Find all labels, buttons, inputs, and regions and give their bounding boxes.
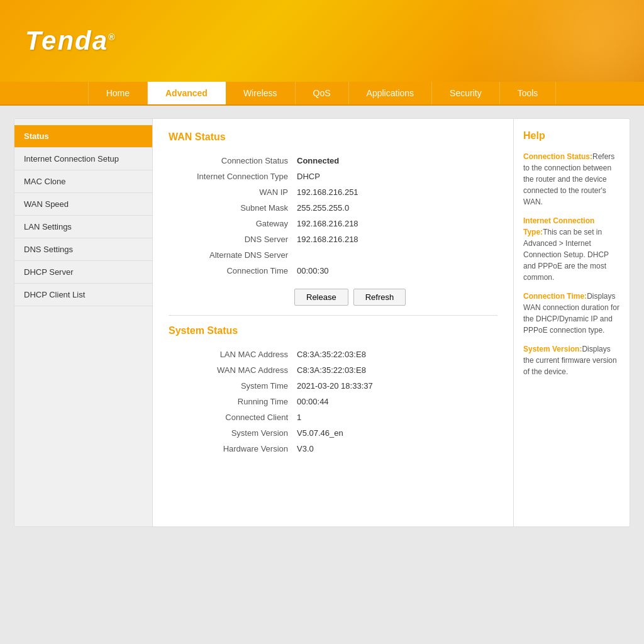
field-label: WAN MAC Address — [170, 363, 296, 377]
field-label: Hardware Version — [170, 441, 296, 456]
field-value: Connected — [297, 153, 496, 168]
refresh-button[interactable]: Refresh — [353, 289, 406, 306]
main-nav: HomeAdvancedWirelessQoSApplicationsSecur… — [0, 82, 644, 106]
field-label: Gateway — [170, 216, 296, 231]
help-panel: Help Connection Status:Refers to the con… — [513, 119, 630, 526]
help-item-1: Internet Connection Type:This can be set… — [523, 215, 620, 283]
sidebar-item-dhcp-server[interactable]: DHCP Server — [14, 261, 152, 284]
field-label: System Time — [170, 379, 296, 393]
table-row: WAN MAC AddressC8:3A:35:22:03:E8 — [170, 363, 496, 377]
wan-buttons: ReleaseRefresh — [294, 289, 497, 306]
wan-status-table: Connection StatusConnectedInternet Conne… — [169, 152, 497, 279]
table-row: Gateway192.168.216.218 — [170, 216, 496, 231]
header: Tenda® — [0, 0, 644, 82]
field-value: C8:3A:35:22:03:E8 — [297, 347, 496, 362]
field-value: 192.168.216.251 — [297, 185, 496, 199]
logo: Tenda® — [25, 26, 116, 56]
sidebar-item-mac-clone[interactable]: MAC Clone — [14, 170, 152, 193]
system-status-title: System Status — [169, 325, 497, 336]
table-row: Alternate DNS Server — [170, 248, 496, 262]
table-row: Internet Connection TypeDHCP — [170, 169, 496, 184]
help-item-title-0: Connection Status: — [523, 152, 592, 161]
main-container: StatusInternet Connection SetupMAC Clone… — [14, 118, 630, 527]
field-value: V5.07.46_en — [297, 426, 496, 440]
table-row: Hardware VersionV3.0 — [170, 441, 496, 456]
field-value: 00:00:30 — [297, 264, 496, 278]
help-item-0: Connection Status:Refers to the connecti… — [523, 151, 620, 208]
table-row: DNS Server192.168.216.218 — [170, 232, 496, 247]
field-label: Connection Time — [170, 264, 296, 278]
field-label: LAN MAC Address — [170, 347, 296, 362]
field-value — [297, 248, 496, 262]
wan-status-section: WAN Status Connection StatusConnectedInt… — [169, 131, 497, 306]
sidebar-item-lan-settings[interactable]: LAN Settings — [14, 216, 152, 238]
help-item-title-2: Connection Time: — [523, 292, 587, 301]
logo-trademark: ® — [108, 32, 116, 42]
help-item-title-1: Internet Connection Type: — [523, 216, 594, 236]
field-label: Connection Status — [170, 153, 296, 168]
help-item-2: Connection Time:Displays WAN connection … — [523, 291, 620, 336]
field-value: 192.168.216.218 — [297, 216, 496, 231]
nav-item-tools[interactable]: Tools — [500, 82, 557, 104]
field-label: Running Time — [170, 394, 296, 409]
nav-item-qos[interactable]: QoS — [296, 82, 349, 104]
nav-item-advanced[interactable]: Advanced — [148, 82, 226, 104]
field-label: DNS Server — [170, 232, 296, 247]
table-row: System VersionV5.07.46_en — [170, 426, 496, 440]
table-row: WAN IP192.168.216.251 — [170, 185, 496, 199]
system-status-table: LAN MAC AddressC8:3A:35:22:03:E8WAN MAC … — [169, 346, 497, 457]
field-value: C8:3A:35:22:03:E8 — [297, 363, 496, 377]
field-value: 1 — [297, 410, 496, 425]
sidebar-item-status[interactable]: Status — [14, 125, 152, 148]
field-label: Alternate DNS Server — [170, 248, 296, 262]
table-row: Connected Client1 — [170, 410, 496, 425]
field-value: 192.168.216.218 — [297, 232, 496, 247]
field-label: System Version — [170, 426, 296, 440]
table-row: Connection StatusConnected — [170, 153, 496, 168]
sidebar-item-dhcp-client-list[interactable]: DHCP Client List — [14, 284, 152, 306]
sidebar-item-internet-connection-setup[interactable]: Internet Connection Setup — [14, 148, 152, 170]
content-area: WAN Status Connection StatusConnectedInt… — [153, 119, 513, 526]
help-title: Help — [523, 128, 620, 143]
help-item-3: System Version:Displays the current firm… — [523, 343, 620, 377]
field-value: 255.255.255.0 — [297, 201, 496, 215]
table-row: LAN MAC AddressC8:3A:35:22:03:E8 — [170, 347, 496, 362]
field-value: 2021-03-20 18:33:37 — [297, 379, 496, 393]
logo-text: Tenda — [25, 26, 108, 55]
sidebar: StatusInternet Connection SetupMAC Clone… — [14, 119, 153, 526]
sidebar-item-dns-settings[interactable]: DNS Settings — [14, 238, 152, 261]
sidebar-item-wan-speed[interactable]: WAN Speed — [14, 193, 152, 216]
wan-status-title: WAN Status — [169, 131, 497, 143]
system-status-section: System Status LAN MAC AddressC8:3A:35:22… — [169, 325, 497, 457]
help-item-title-3: System Version: — [523, 345, 582, 353]
table-row: Subnet Mask255.255.255.0 — [170, 201, 496, 215]
field-label: Subnet Mask — [170, 201, 296, 215]
field-label: WAN IP — [170, 185, 296, 199]
table-row: Connection Time00:00:30 — [170, 264, 496, 278]
nav-item-wireless[interactable]: Wireless — [226, 82, 296, 104]
release-button[interactable]: Release — [294, 289, 348, 306]
field-value: V3.0 — [297, 441, 496, 456]
nav-item-home[interactable]: Home — [88, 82, 148, 104]
field-label: Connected Client — [170, 410, 296, 425]
section-divider — [169, 315, 497, 316]
nav-item-security[interactable]: Security — [432, 82, 500, 104]
nav-item-applications[interactable]: Applications — [349, 82, 433, 104]
table-row: Running Time00:00:44 — [170, 394, 496, 409]
field-value: DHCP — [297, 169, 496, 184]
table-row: System Time2021-03-20 18:33:37 — [170, 379, 496, 393]
field-value: 00:00:44 — [297, 394, 496, 409]
field-label: Internet Connection Type — [170, 169, 296, 184]
